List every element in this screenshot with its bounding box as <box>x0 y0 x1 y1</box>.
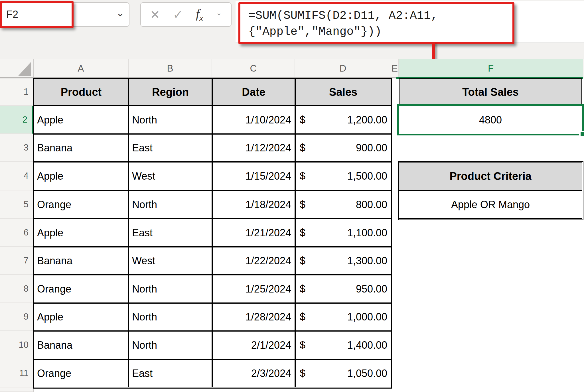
cell-D1[interactable]: Sales <box>295 78 391 106</box>
currency-symbol: $ <box>300 283 305 295</box>
cell-A11[interactable]: Orange <box>34 359 129 387</box>
currency-symbol: $ <box>300 339 305 351</box>
cell-C11[interactable]: 2/3/2024 <box>212 359 295 387</box>
row-header-7[interactable]: 7 <box>0 247 33 275</box>
currency-symbol: $ <box>300 255 305 267</box>
sales-amount: 1,200.00 <box>347 114 387 126</box>
cell-D5[interactable]: $800.00 <box>295 190 391 219</box>
formula-buttons: ✕ ✓ fx ⌄ <box>140 2 232 27</box>
row-header-4[interactable]: 4 <box>0 162 33 190</box>
cell-D7[interactable]: $1,300.00 <box>295 247 391 275</box>
sales-amount: 900.00 <box>356 142 387 154</box>
fx-f: f <box>196 7 199 21</box>
column-header-F[interactable]: F <box>399 59 583 78</box>
cell-B7[interactable]: West <box>129 247 212 275</box>
cell-D9[interactable]: $1,000.00 <box>295 303 391 331</box>
currency-symbol: $ <box>300 311 305 323</box>
row-header-2[interactable]: 2 <box>0 106 34 134</box>
cell-A6[interactable]: Apple <box>34 219 129 247</box>
row-header-9[interactable]: 9 <box>0 303 33 331</box>
enter-icon[interactable]: ✓ <box>173 8 183 22</box>
row-header-1[interactable]: 1 <box>0 78 33 106</box>
cell-C7[interactable]: 1/22/2024 <box>212 247 295 275</box>
fx-x: x <box>199 13 203 22</box>
formula-text-line1[interactable]: =SUM(SUMIFS(D2:D11, A2:A11, <box>248 8 512 24</box>
row-header-12-partial[interactable] <box>0 387 33 392</box>
cell-F4-criteria-header[interactable]: Product Criteria <box>399 162 582 190</box>
row-header-11[interactable]: 11 <box>0 359 33 387</box>
sales-amount: 1,300.00 <box>347 255 387 267</box>
cell-C1[interactable]: Date <box>212 78 295 106</box>
annotation-red-box-namebox <box>0 1 74 28</box>
sales-amount: 1,100.00 <box>347 227 387 239</box>
cell-C6[interactable]: 1/21/2024 <box>212 219 295 247</box>
cell-C4[interactable]: 1/15/2024 <box>212 162 295 190</box>
cell-B2[interactable]: North <box>129 106 212 134</box>
cell-A2[interactable]: Apple <box>34 106 129 134</box>
annotation-red-box-formula: =SUM(SUMIFS(D2:D11, A2:A11, {"Apple","Ma… <box>238 2 514 44</box>
cancel-icon[interactable]: ✕ <box>150 8 160 22</box>
insert-function-icon[interactable]: fx <box>196 7 203 23</box>
cell-D8[interactable]: $950.00 <box>295 275 391 303</box>
cell-C5[interactable]: 1/18/2024 <box>212 190 295 219</box>
sales-amount: 1,050.00 <box>347 367 387 379</box>
row-header-5[interactable]: 5 <box>0 190 33 219</box>
excel-window: F2 ⌄ ✕ ✓ fx ⌄ =SUM(SUMIFS(D2:D11, A2:A11… <box>0 0 584 392</box>
column-header-D[interactable]: D <box>295 59 391 78</box>
cell-B10[interactable]: North <box>129 331 212 359</box>
cell-D4[interactable]: $1,500.00 <box>295 162 391 190</box>
formula-text-line2[interactable]: {"Apple","Mango"})) <box>248 24 512 40</box>
column-header-A[interactable]: A <box>34 59 129 78</box>
currency-symbol: $ <box>300 367 305 379</box>
fill-handle[interactable] <box>581 132 584 136</box>
sales-amount: 1,500.00 <box>347 170 387 182</box>
cell-D6[interactable]: $1,100.00 <box>295 219 391 247</box>
cell-C2[interactable]: 1/10/2024 <box>212 106 295 134</box>
row-header-3[interactable]: 3 <box>0 134 33 162</box>
cell-A10[interactable]: Banana <box>34 331 129 359</box>
cell-A1[interactable]: Product <box>34 78 129 106</box>
currency-symbol: $ <box>300 114 305 126</box>
column-header-E[interactable]: E <box>391 59 399 78</box>
column-header-B[interactable]: B <box>129 59 212 78</box>
cell-A4[interactable]: Apple <box>34 162 129 190</box>
cell-F1-total-sales-header[interactable]: Total Sales <box>399 78 582 106</box>
cell-B5[interactable]: North <box>129 190 212 219</box>
select-all-icon[interactable] <box>18 62 31 76</box>
column-header-C[interactable]: C <box>212 59 295 78</box>
row-header-10[interactable]: 10 <box>0 331 33 359</box>
row-header-6[interactable]: 6 <box>0 219 33 247</box>
cell-C3[interactable]: 1/12/2024 <box>212 134 295 162</box>
cell-A9[interactable]: Apple <box>34 303 129 331</box>
cell-B4[interactable]: West <box>129 162 212 190</box>
currency-symbol: $ <box>300 170 305 182</box>
sales-amount: 800.00 <box>356 199 387 211</box>
cell-A8[interactable]: Orange <box>34 275 129 303</box>
cell-F5-criteria-value[interactable]: Apple OR Mango <box>399 190 582 219</box>
cell-A5[interactable]: Orange <box>34 190 129 219</box>
cell-D11[interactable]: $1,050.00 <box>295 359 391 387</box>
cell-B9[interactable]: North <box>129 303 212 331</box>
sales-amount: 1,400.00 <box>347 339 387 351</box>
cell-B1[interactable]: Region <box>129 78 212 106</box>
row-header-8[interactable]: 8 <box>0 275 33 303</box>
cell-A3[interactable]: Banana <box>34 134 129 162</box>
cell-B11[interactable]: East <box>129 359 212 387</box>
cell-D10[interactable]: $1,400.00 <box>295 331 391 359</box>
cell-C10[interactable]: 2/1/2024 <box>212 331 295 359</box>
cell-F2-total-sales-value[interactable]: 4800 <box>399 106 582 134</box>
cell-B8[interactable]: North <box>129 275 212 303</box>
sales-amount: 1,000.00 <box>347 311 387 323</box>
cell-B3[interactable]: East <box>129 134 212 162</box>
cell-A7[interactable]: Banana <box>34 247 129 275</box>
cell-B6[interactable]: East <box>129 219 212 247</box>
cell-D2[interactable]: $1,200.00 <box>295 106 391 134</box>
cell-C8[interactable]: 1/25/2024 <box>212 275 295 303</box>
currency-symbol: $ <box>300 199 305 211</box>
currency-symbol: $ <box>300 227 305 239</box>
currency-symbol: $ <box>300 142 305 154</box>
cell-C9[interactable]: 1/28/2024 <box>212 303 295 331</box>
sales-amount: 950.00 <box>356 283 387 295</box>
cell-D3[interactable]: $900.00 <box>295 134 391 162</box>
